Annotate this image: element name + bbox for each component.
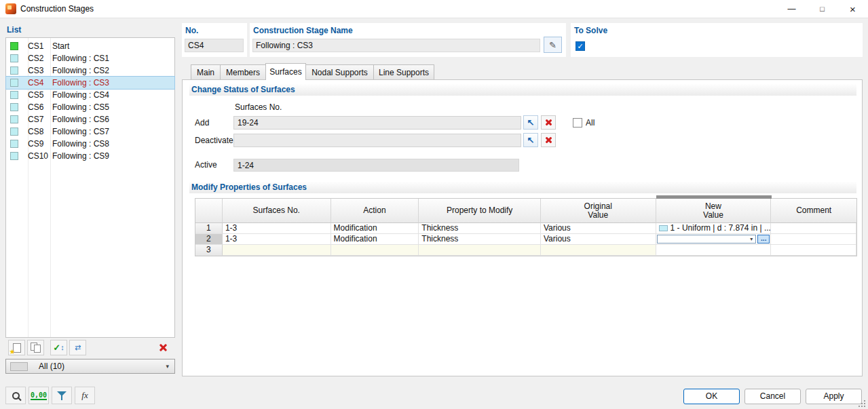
- new-value-text: 1 - Uniform | d : 7.874 in | ...: [671, 223, 771, 233]
- to-solve-label: To Solve: [574, 26, 607, 35]
- no-label: No.: [185, 26, 198, 35]
- row-number-cell[interactable]: 3: [195, 245, 223, 256]
- new-value-combobox[interactable]: ▾: [657, 235, 757, 244]
- star-icon: ★: [10, 349, 16, 355]
- new-stage-button[interactable]: ★: [8, 340, 25, 355]
- stage-list[interactable]: CS1 Start CS2 Following : CS1 CS3 Follow…: [5, 37, 175, 338]
- property-cell[interactable]: [419, 245, 541, 256]
- resize-grip[interactable]: [857, 399, 865, 407]
- add-surfaces-input[interactable]: 19-24: [233, 116, 521, 130]
- tab-members[interactable]: Members: [220, 64, 266, 80]
- list-item-cs6[interactable]: CS6 Following : CS5: [6, 101, 174, 113]
- decimal-places-button[interactable]: 0,00: [29, 387, 49, 404]
- close-icon: ×: [850, 3, 856, 15]
- minimize-icon: —: [788, 4, 796, 14]
- list-item-cs10[interactable]: CS10 Following : CS9: [6, 150, 174, 162]
- apply-button[interactable]: Apply: [806, 389, 862, 404]
- all-checkbox[interactable]: [573, 118, 582, 128]
- header-surfaces-no[interactable]: Surfaces No.: [223, 199, 331, 223]
- stage-status-icon: [10, 91, 18, 99]
- stage-desc: Following : CS7: [52, 127, 109, 136]
- close-button[interactable]: ×: [837, 0, 868, 18]
- edit-name-button[interactable]: ✎: [544, 37, 562, 53]
- header-original-value[interactable]: Original Value: [541, 199, 656, 223]
- list-item-cs3[interactable]: CS3 Following : CS2: [6, 64, 174, 77]
- corner-header-cell[interactable]: [195, 199, 223, 223]
- list-item-cs5[interactable]: CS5 Following : CS4: [6, 89, 174, 101]
- row-number-cell-active[interactable]: 2: [195, 234, 223, 245]
- tab-main[interactable]: Main: [191, 64, 221, 80]
- stage-id: CS9: [28, 139, 47, 149]
- formula-button[interactable]: fx: [75, 387, 95, 404]
- property-cell[interactable]: Thickness: [419, 234, 541, 245]
- stage-id: CS2: [28, 54, 47, 63]
- new-value-cell[interactable]: [656, 245, 772, 256]
- filter-value: All (10): [39, 359, 64, 373]
- copy-stage-button[interactable]: [27, 340, 44, 355]
- surfaces-cell[interactable]: [223, 245, 331, 256]
- browse-button[interactable]: ...: [757, 235, 770, 244]
- original-value-cell[interactable]: Various: [541, 234, 656, 245]
- select-add-surfaces-button[interactable]: ↖: [523, 115, 538, 130]
- section-title: Change Status of Surfaces: [189, 85, 295, 94]
- row-number-cell[interactable]: 1: [195, 223, 223, 234]
- stage-id: CS7: [28, 115, 47, 124]
- maximize-button[interactable]: □: [807, 0, 837, 18]
- original-value-cell[interactable]: Various: [541, 223, 656, 234]
- clear-deactivate-surfaces-button[interactable]: [541, 133, 556, 147]
- filter-settings-button[interactable]: [52, 387, 72, 404]
- find-stage-button[interactable]: [5, 387, 26, 404]
- comment-cell[interactable]: [771, 234, 856, 245]
- renumber-stages-button[interactable]: ⇄: [69, 340, 86, 355]
- modify-properties-section-header: Modify Properties of Surfaces: [189, 182, 856, 193]
- tab-surfaces[interactable]: Surfaces: [265, 63, 306, 80]
- list-item-cs8[interactable]: CS8 Following : CS7: [6, 125, 174, 138]
- list-panel-label: List: [7, 25, 21, 35]
- action-cell[interactable]: Modification: [331, 234, 419, 245]
- stage-status-icon: [10, 42, 18, 50]
- header-comment[interactable]: Comment: [771, 199, 856, 223]
- ok-button[interactable]: OK: [683, 389, 740, 404]
- copy-icon: [31, 343, 41, 353]
- header-property-to-modify[interactable]: Property to Modify: [419, 199, 541, 223]
- tab-line-supports[interactable]: Line Supports: [373, 64, 434, 80]
- check-stages-button[interactable]: ✓↕: [50, 340, 67, 355]
- surfaces-cell[interactable]: 1-3: [223, 223, 331, 234]
- action-cell[interactable]: [331, 245, 419, 256]
- original-value-cell[interactable]: [541, 245, 656, 256]
- deactivate-surfaces-input[interactable]: [233, 134, 521, 147]
- tab-nodal-supports[interactable]: Nodal Supports: [305, 64, 374, 80]
- list-item-cs7[interactable]: CS7 Following : CS6: [6, 113, 174, 125]
- cancel-button[interactable]: Cancel: [744, 389, 801, 404]
- active-surfaces-field: 1-24: [233, 159, 519, 172]
- header-new-value[interactable]: New Value: [656, 199, 772, 223]
- comment-cell[interactable]: [771, 245, 856, 256]
- list-item-cs4-selected[interactable]: CS4 Following : CS3: [6, 77, 174, 89]
- comment-cell[interactable]: [771, 223, 856, 234]
- header-action[interactable]: Action: [331, 199, 419, 223]
- list-item-cs9[interactable]: CS9 Following : CS8: [6, 138, 174, 150]
- check-icon: ✓: [53, 343, 60, 352]
- delete-stage-button[interactable]: [155, 340, 172, 355]
- property-cell[interactable]: Thickness: [419, 223, 541, 234]
- to-solve-box: To Solve ✓: [571, 23, 863, 57]
- surfaces-no-column-label: Surfaces No.: [235, 100, 282, 114]
- action-cell[interactable]: Modification: [331, 223, 419, 234]
- surfaces-cell[interactable]: 1-3: [223, 234, 331, 245]
- minimize-button[interactable]: —: [776, 0, 807, 18]
- stage-status-icon: [10, 54, 18, 62]
- stage-status-icon: [10, 115, 18, 123]
- stage-desc: Following : CS1: [52, 54, 109, 63]
- new-value-cell[interactable]: 1 - Uniform | d : 7.874 in | ...: [656, 223, 772, 234]
- new-value-edit-cell[interactable]: ▾ ...: [656, 234, 772, 245]
- pencil-icon: ✎: [549, 40, 556, 50]
- list-filter-dropdown[interactable]: All (10) ▾: [5, 359, 175, 374]
- stage-desc: Following : CS3: [52, 78, 109, 87]
- to-solve-checkbox[interactable]: ✓: [575, 41, 585, 51]
- clear-add-surfaces-button[interactable]: [541, 115, 556, 130]
- stage-desc: Following : CS4: [52, 90, 109, 100]
- select-deactivate-surfaces-button[interactable]: ↖: [523, 133, 538, 147]
- stage-name-field[interactable]: Following : CS3: [252, 39, 540, 52]
- list-item-cs1[interactable]: CS1 Start: [6, 40, 174, 52]
- list-item-cs2[interactable]: CS2 Following : CS1: [6, 52, 174, 64]
